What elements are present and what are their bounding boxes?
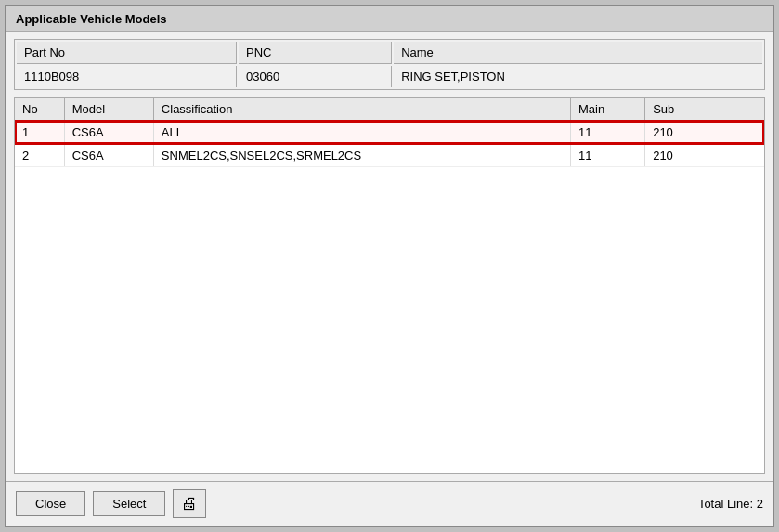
row-model: CS6A bbox=[64, 144, 153, 167]
row-sub: 210 bbox=[645, 121, 764, 144]
main-window: Applicable Vehicle Models Part No PNC Na… bbox=[5, 5, 774, 527]
col-classification-header: Classification bbox=[153, 98, 570, 121]
row-main: 11 bbox=[570, 144, 644, 167]
content-area: Part No PNC Name 1110B098 03060 RING SET… bbox=[6, 32, 773, 481]
row-no: 2 bbox=[15, 144, 64, 167]
part-info-table: Part No PNC Name 1110B098 03060 RING SET… bbox=[14, 39, 765, 90]
total-line: Total Line: 2 bbox=[698, 497, 763, 511]
pnc-value: 03060 bbox=[239, 66, 392, 87]
row-main: 11 bbox=[570, 121, 644, 144]
row-sub: 210 bbox=[645, 144, 764, 167]
print-icon: 🖨 bbox=[181, 494, 198, 513]
select-button[interactable]: Select bbox=[93, 491, 165, 516]
name-value: RING SET,PISTON bbox=[394, 66, 762, 87]
col-main-header: Main bbox=[570, 98, 644, 121]
data-table: No Model Classification Main Sub 1CS6AAL… bbox=[15, 98, 764, 167]
name-header: Name bbox=[394, 42, 762, 64]
part-no-value: 1110B098 bbox=[17, 66, 237, 87]
row-no: 1 bbox=[15, 121, 64, 144]
table-row[interactable]: 2CS6ASNMEL2CS,SNSEL2CS,SRMEL2CS11210 bbox=[15, 144, 764, 167]
window-title: Applicable Vehicle Models bbox=[16, 12, 167, 26]
title-bar: Applicable Vehicle Models bbox=[6, 6, 773, 32]
pnc-header: PNC bbox=[239, 42, 392, 64]
print-button[interactable]: 🖨 bbox=[173, 489, 206, 518]
table-row[interactable]: 1CS6AALL11210 bbox=[15, 121, 764, 144]
row-model: CS6A bbox=[64, 121, 153, 144]
footer: Close Select 🖨 Total Line: 2 bbox=[6, 481, 773, 526]
col-model-header: Model bbox=[64, 98, 153, 121]
row-classification: ALL bbox=[153, 121, 570, 144]
col-no-header: No bbox=[15, 98, 64, 121]
part-no-header: Part No bbox=[17, 42, 237, 64]
close-button[interactable]: Close bbox=[16, 491, 85, 516]
col-sub-header: Sub bbox=[645, 98, 764, 121]
data-table-container: No Model Classification Main Sub 1CS6AAL… bbox=[14, 97, 765, 474]
row-classification: SNMEL2CS,SNSEL2CS,SRMEL2CS bbox=[153, 144, 570, 167]
